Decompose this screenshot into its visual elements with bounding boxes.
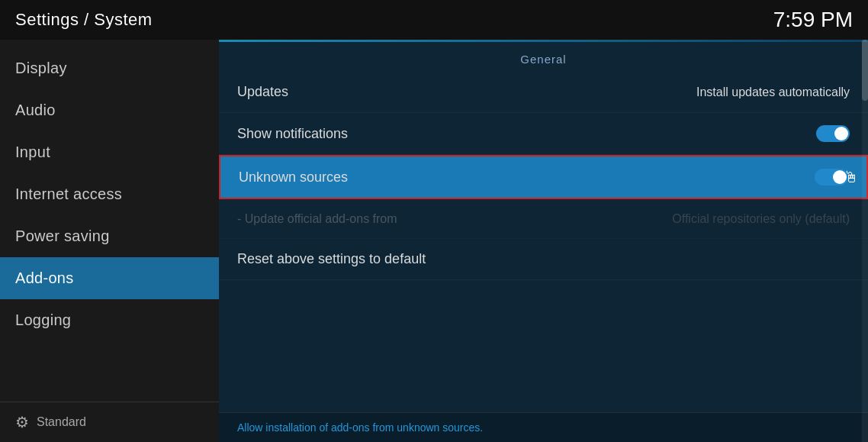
content-inner: General UpdatesInstall updates automatic… (219, 42, 868, 412)
sidebar-nav: DisplayAudioInputInternet accessPower sa… (0, 40, 219, 402)
setting-row-update-addons-from[interactable]: - Update official add-ons fromOfficial r… (219, 199, 868, 239)
gear-icon: ⚙ (15, 413, 29, 431)
sidebar-footer: ⚙ Standard (0, 402, 219, 442)
scrollbar-thumb[interactable] (862, 40, 868, 101)
bottom-hint: Allow installation of add-ons from unkno… (219, 412, 868, 442)
page-title: Settings / System (15, 10, 153, 30)
setting-row-updates[interactable]: UpdatesInstall updates automatically (219, 72, 868, 113)
sidebar-footer-label: Standard (37, 415, 86, 429)
settings-list: UpdatesInstall updates automaticallyShow… (219, 72, 868, 412)
content-area: General UpdatesInstall updates automatic… (219, 40, 868, 442)
setting-label-updates: Updates (237, 84, 288, 100)
toggle-unknown-sources[interactable] (815, 169, 848, 186)
sidebar: DisplayAudioInputInternet accessPower sa… (0, 40, 219, 442)
sidebar-item-add-ons[interactable]: Add-ons (0, 257, 219, 299)
sidebar-item-input[interactable]: Input (0, 131, 219, 173)
sidebar-item-logging[interactable]: Logging (0, 299, 219, 341)
header: Settings / System 7:59 PM (0, 0, 868, 40)
clock: 7:59 PM (773, 8, 853, 32)
toggle-show-notifications[interactable] (816, 125, 850, 142)
setting-value-update-addons-from: Official repositories only (default) (672, 212, 850, 226)
section-header: General (219, 42, 868, 72)
sidebar-item-power-saving[interactable]: Power saving (0, 215, 219, 257)
setting-row-show-notifications[interactable]: Show notifications (219, 113, 868, 155)
setting-label-show-notifications: Show notifications (237, 126, 348, 142)
scrollbar-track[interactable] (862, 40, 868, 442)
setting-label-update-addons-from: - Update official add-ons from (237, 212, 397, 226)
bottom-hint-text: Allow installation of add-ons from unkno… (237, 421, 483, 434)
main-layout: DisplayAudioInputInternet accessPower sa… (0, 40, 868, 442)
sidebar-item-display[interactable]: Display (0, 47, 219, 89)
setting-label-reset-above-settings: Reset above settings to default (237, 251, 426, 267)
setting-row-unknown-sources[interactable]: Unknown sources🖱 (219, 155, 868, 199)
sidebar-item-internet-access[interactable]: Internet access (0, 173, 219, 215)
sidebar-item-audio[interactable]: Audio (0, 89, 219, 131)
setting-label-unknown-sources: Unknown sources (239, 169, 348, 186)
setting-row-reset-above-settings[interactable]: Reset above settings to default (219, 239, 868, 280)
setting-value-updates: Install updates automatically (696, 85, 850, 99)
